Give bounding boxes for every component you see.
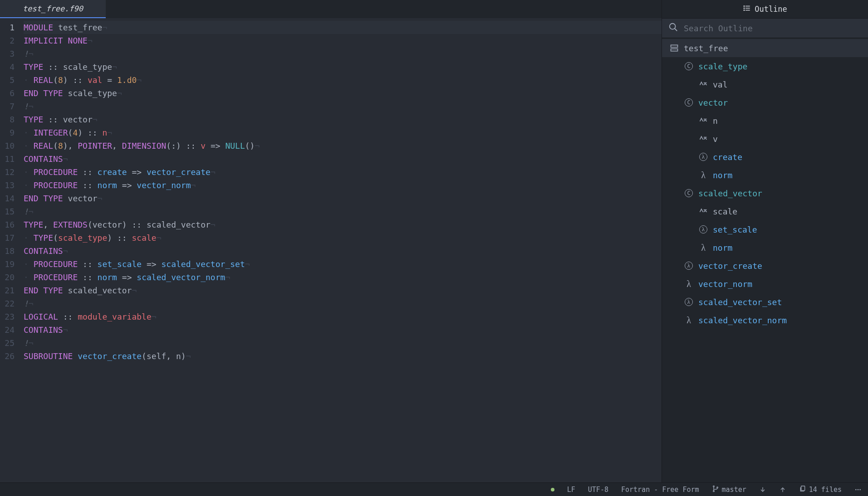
- line-number[interactable]: 11: [0, 152, 15, 165]
- code-line[interactable]: · PROCEDURE :: norm => scaled_vector_nor…: [24, 271, 662, 284]
- outline-item-n[interactable]: n: [662, 112, 868, 130]
- line-number[interactable]: 23: [0, 310, 15, 323]
- code-token: ¬: [211, 167, 216, 177]
- outline-item-scaled-vector[interactable]: Cscaled_vector: [662, 184, 868, 202]
- outline-tree[interactable]: test_freeCscale_typevalCvectornvλcreateλ…: [662, 38, 868, 482]
- outline-item-scaled-vector-set[interactable]: λscaled_vector_set: [662, 293, 868, 311]
- line-number[interactable]: 16: [0, 218, 15, 231]
- status-more-icon[interactable]: [854, 486, 862, 493]
- line-number[interactable]: 17: [0, 231, 15, 244]
- code-line[interactable]: CONTAINS¬: [24, 244, 662, 258]
- line-number[interactable]: 8: [0, 113, 15, 126]
- code-token: =>: [127, 167, 147, 177]
- line-number[interactable]: 9: [0, 126, 15, 139]
- outline-item-test-free[interactable]: test_free: [662, 39, 868, 57]
- code-line[interactable]: TYPE :: vector¬: [24, 113, 662, 126]
- code-line[interactable]: END TYPE scaled_vector¬: [24, 284, 662, 297]
- git-pull-icon[interactable]: [759, 486, 766, 493]
- outline-item-scaled-vector-norm[interactable]: λscaled_vector_norm: [662, 311, 868, 329]
- line-number[interactable]: 5: [0, 73, 15, 87]
- code-line[interactable]: · PROCEDURE :: create => vector_create¬: [24, 165, 662, 179]
- outline-item-scale[interactable]: scale: [662, 202, 868, 220]
- code-line[interactable]: · PROCEDURE :: norm => vector_norm¬: [24, 179, 662, 192]
- outline-item-vector[interactable]: Cvector: [662, 93, 868, 112]
- line-number[interactable]: 15: [0, 205, 15, 218]
- outline-search[interactable]: [662, 18, 868, 38]
- code-token: ¬: [152, 312, 157, 321]
- line-number[interactable]: 26: [0, 350, 15, 363]
- code-line[interactable]: · PROCEDURE :: set_scale => scaled_vecto…: [24, 258, 662, 271]
- code-line[interactable]: !¬: [24, 100, 662, 113]
- code-token: ) ::: [122, 220, 147, 229]
- code-line[interactable]: TYPE :: scale_type¬: [24, 60, 662, 73]
- tab-file[interactable]: test_free.f90: [0, 0, 106, 18]
- code-line[interactable]: !¬: [24, 336, 662, 350]
- outline-item-create[interactable]: λcreate: [662, 148, 868, 166]
- code-line[interactable]: CONTAINS¬: [24, 152, 662, 165]
- outline-item-label: test_free: [684, 44, 728, 53]
- code-line[interactable]: END TYPE vector¬: [24, 192, 662, 205]
- code-token: REAL: [34, 75, 53, 85]
- code-line[interactable]: · TYPE(scale_type) :: scale¬: [24, 231, 662, 244]
- code-token: [39, 194, 44, 203]
- outline-item-norm[interactable]: λnorm: [662, 166, 868, 184]
- line-number[interactable]: 18: [0, 244, 15, 258]
- code-line[interactable]: SUBROUTINE vector_create(self, n)¬: [24, 350, 662, 363]
- code-token: vector: [68, 194, 98, 203]
- status-eol[interactable]: LF: [567, 486, 575, 494]
- code-line[interactable]: END TYPE scale_type¬: [24, 87, 662, 100]
- outline-item-scale-type[interactable]: Cscale_type: [662, 57, 868, 75]
- code-line[interactable]: · INTEGER(4) :: n¬: [24, 126, 662, 139]
- code-line[interactable]: IMPLICIT NONE¬: [24, 34, 662, 47]
- code-line[interactable]: !¬: [24, 205, 662, 218]
- outline-item-val[interactable]: val: [662, 75, 868, 93]
- code-token: create: [98, 167, 127, 177]
- code-line[interactable]: · REAL(8) :: val = 1.d0¬: [24, 73, 662, 87]
- code-token: INTEGER: [34, 128, 68, 137]
- code-line[interactable]: CONTAINS¬: [24, 323, 662, 336]
- line-number[interactable]: 12: [0, 165, 15, 179]
- code-area[interactable]: 1234567891011121314151617181920212223242…: [0, 18, 662, 482]
- line-number[interactable]: 3: [0, 47, 15, 60]
- status-branch[interactable]: master: [712, 485, 746, 494]
- code-line[interactable]: · REAL(8), POINTER, DIMENSION(:) :: v =>…: [24, 139, 662, 152]
- line-number[interactable]: 10: [0, 139, 15, 152]
- code-line[interactable]: MODULE test_free¬: [24, 21, 662, 34]
- line-number[interactable]: 6: [0, 87, 15, 100]
- line-number[interactable]: 2: [0, 34, 15, 47]
- line-number[interactable]: 14: [0, 192, 15, 205]
- status-bar: LF UTF-8 Fortran - Free Form master 14 f…: [0, 482, 868, 496]
- code-line[interactable]: !¬: [24, 47, 662, 60]
- line-number[interactable]: 7: [0, 100, 15, 113]
- outline-item-vector-norm[interactable]: λvector_norm: [662, 275, 868, 293]
- status-language[interactable]: Fortran - Free Form: [621, 486, 699, 494]
- line-number[interactable]: 25: [0, 336, 15, 350]
- line-number[interactable]: 22: [0, 297, 15, 310]
- outline-item-v[interactable]: v: [662, 130, 868, 148]
- code-token: TYPE: [34, 233, 53, 243]
- line-number[interactable]: 20: [0, 271, 15, 284]
- code-token: DIMENSION: [122, 141, 167, 151]
- git-push-icon[interactable]: [779, 486, 786, 493]
- code-line[interactable]: TYPE, EXTENDS(vector) :: scaled_vector¬: [24, 218, 662, 231]
- outline-item-vector-create[interactable]: λvector_create: [662, 257, 868, 275]
- status-files[interactable]: 14 files: [799, 485, 842, 494]
- code-token: PROCEDURE: [34, 259, 78, 269]
- outline-search-input[interactable]: [684, 24, 862, 33]
- line-number[interactable]: 1: [0, 21, 15, 34]
- code-content[interactable]: MODULE test_free¬IMPLICIT NONE¬!¬TYPE ::…: [18, 18, 662, 482]
- line-number[interactable]: 24: [0, 323, 15, 336]
- code-line[interactable]: LOGICAL :: module_variable¬: [24, 310, 662, 323]
- var-icon: [698, 134, 708, 143]
- status-encoding[interactable]: UTF-8: [588, 486, 608, 494]
- line-number[interactable]: 13: [0, 179, 15, 192]
- line-number-gutter[interactable]: 1234567891011121314151617181920212223242…: [0, 18, 18, 482]
- code-token: ¬: [63, 246, 68, 256]
- outline-item-set-scale[interactable]: λset_scale: [662, 220, 868, 238]
- outline-item-norm[interactable]: λnorm: [662, 238, 868, 257]
- line-number[interactable]: 19: [0, 258, 15, 271]
- code-line[interactable]: !¬: [24, 297, 662, 310]
- line-number[interactable]: 21: [0, 284, 15, 297]
- outline-item-label: scaled_vector: [698, 189, 762, 198]
- line-number[interactable]: 4: [0, 60, 15, 73]
